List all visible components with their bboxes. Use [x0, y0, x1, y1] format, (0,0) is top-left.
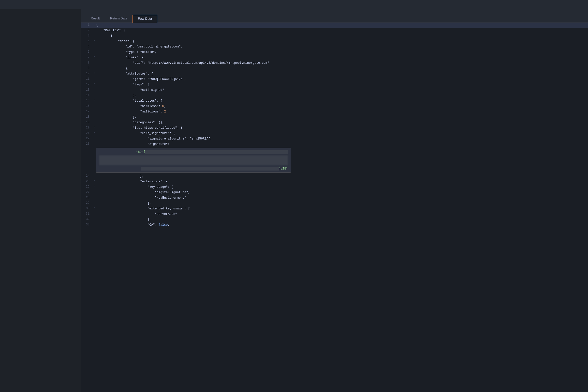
collapse-arrow[interactable]: ▾ [92, 184, 96, 188]
line-number: 15 [81, 98, 92, 103]
line-content: { [96, 23, 588, 28]
tab-result[interactable]: Result [86, 15, 105, 22]
window: Result Return Data Raw Data 1{2 "Results… [0, 0, 588, 392]
line-content: }, [96, 66, 588, 71]
line-number: 23 [81, 142, 92, 146]
collapse-arrow[interactable]: ▾ [92, 39, 96, 43]
line-content: "extended_key_usage": [ [96, 206, 588, 211]
collapse-arrow[interactable]: ▾ [92, 179, 96, 183]
signature-redacted-row: "894f 4a58" [81, 147, 588, 174]
code-line-8: 8 "self": "https://www.virustotal.com/ap… [81, 60, 588, 66]
collapse-arrow[interactable]: ▾ [92, 206, 96, 210]
line-content: "self-signed" [96, 88, 588, 92]
code-line-30: 30▾ "extended_key_usage": [ [81, 206, 588, 212]
code-line-11: 11 "jarm": "29d0[REDACTED]617a", [81, 77, 588, 82]
line-content: "self": "https://www.virustotal.com/api/… [96, 60, 588, 66]
code-line-10: 10▾ "attributes": { [81, 71, 588, 77]
code-line-20: 20▾ "last_https_certificate": { [81, 126, 588, 131]
line-number: 31 [81, 212, 92, 216]
line-number: 7 [81, 55, 92, 60]
line-number: 18 [81, 115, 92, 119]
title-bar [0, 0, 588, 9]
code-line-23: 23 "signature": [81, 142, 588, 147]
line-number: 25 [81, 179, 92, 184]
code-line-18: 18 }, [81, 115, 588, 120]
maximize-button[interactable] [575, 3, 578, 6]
tab-raw-data[interactable]: Raw Data [133, 15, 157, 23]
code-line-27: 27 "digitalSignature", [81, 190, 588, 196]
line-number: 4 [81, 39, 92, 44]
code-line-3: 3 { [81, 34, 588, 39]
line-content: { [96, 34, 588, 38]
line-number: 13 [81, 88, 92, 92]
line-number: 24 [81, 174, 92, 178]
window-controls [568, 3, 585, 6]
line-number: 30 [81, 206, 92, 211]
line-number: 17 [81, 109, 92, 114]
code-line-25: 25▾ "extensions": { [81, 179, 588, 184]
line-number: 29 [81, 201, 92, 206]
line-content: ], [96, 217, 588, 222]
code-line-6: 6 "type": "domain", [81, 50, 588, 55]
code-line-9: 9 }, [81, 66, 588, 71]
line-content: "id": "xmr.pool.minergate.com", [96, 44, 588, 49]
close-button[interactable] [581, 3, 585, 6]
code-line-13: 13 "self-signed" [81, 88, 588, 93]
code-line-32: 32 ], [81, 217, 588, 222]
line-number: 10 [81, 71, 92, 76]
line-number: 9 [81, 66, 92, 70]
code-line-15: 15▾ "total_votes": { [81, 98, 588, 104]
line-content: "attributes": { [96, 71, 588, 76]
collapse-arrow[interactable]: ▾ [92, 71, 96, 75]
collapse-arrow[interactable]: ▾ [92, 126, 96, 130]
signature-tooltip-box: "894f 4a58" [96, 148, 291, 173]
line-number: 5 [81, 44, 92, 49]
line-content: "links": { [96, 55, 588, 60]
code-line-31: 31 "serverAuth" [81, 212, 588, 217]
line-content: "malicious": 2 [96, 109, 588, 114]
code-line-17: 17 "malicious": 2 [81, 109, 588, 115]
right-panel: Result Return Data Raw Data 1{2 "Results… [81, 9, 588, 392]
line-content: ], [96, 93, 588, 98]
line-number: 26 [81, 184, 92, 189]
line-number: 8 [81, 60, 92, 65]
line-content: "digitalSignature", [96, 190, 588, 195]
line-content: ], [96, 201, 588, 206]
line-number: 12 [81, 82, 92, 87]
line-content: "signature_algorithm": "sha256RSA", [96, 136, 588, 141]
line-content: "cert_signature": { [96, 131, 588, 136]
code-line-14: 14 ], [81, 93, 588, 98]
collapse-arrow[interactable]: ▾ [92, 82, 96, 86]
line-content: "categories": {}, [96, 120, 588, 125]
line-content: "CA": false, [96, 222, 588, 227]
collapse-arrow[interactable]: ▾ [92, 131, 96, 135]
code-line-5: 5 "id": "xmr.pool.minergate.com", [81, 44, 588, 50]
line-content: "keyEncipherment" [96, 196, 588, 200]
line-number: 1 [81, 23, 92, 27]
line-content: "jarm": "29d0[REDACTED]617a", [96, 77, 588, 82]
minimize-button[interactable] [568, 3, 572, 6]
line-content: "extensions": { [96, 179, 588, 184]
tabs: Result Return Data Raw Data [86, 15, 584, 22]
code-line-16: 16 "harmless": 0, [81, 104, 588, 109]
collapse-arrow[interactable]: ▾ [92, 55, 96, 59]
code-area[interactable]: 1{2 "Results": [3 {4▾ "data": {5 "id": "… [81, 23, 588, 392]
line-number: 22 [81, 136, 92, 141]
line-content: "harmless": 0, [96, 104, 588, 109]
line-content: }, [96, 115, 588, 120]
code-line-26: 26▾ "key_usage": [ [81, 184, 588, 190]
collapse-arrow[interactable]: ▾ [92, 98, 96, 102]
code-line-28: 28 "keyEncipherment" [81, 196, 588, 201]
line-content: "tags": [ [96, 82, 588, 87]
line-content: "key_usage": [ [96, 184, 588, 190]
line-number: 32 [81, 217, 92, 222]
code-line-22: 22 "signature_algorithm": "sha256RSA", [81, 136, 588, 142]
line-number: 11 [81, 77, 92, 82]
line-number: 14 [81, 93, 92, 98]
line-content: "type": "domain", [96, 50, 588, 55]
code-line-7: 7▾ "links": { [81, 55, 588, 60]
code-line-19: 19 "categories": {}, [81, 120, 588, 126]
tab-return-data[interactable]: Return Data [105, 15, 133, 22]
line-content: "serverAuth" [96, 212, 588, 216]
line-number: 3 [81, 34, 92, 38]
